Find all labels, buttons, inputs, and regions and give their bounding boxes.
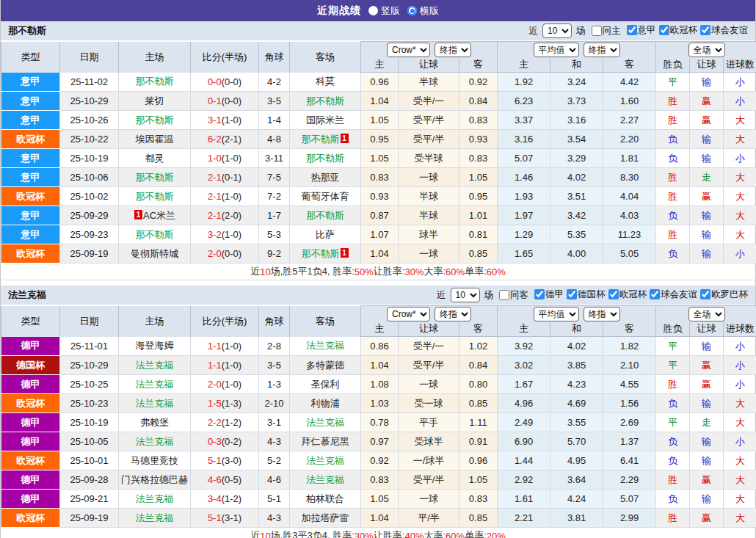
league-filter-checkbox[interactable]: [700, 289, 710, 299]
league-filter-checkbox[interactable]: [627, 25, 637, 35]
date-cell: 25-10-02: [60, 187, 119, 206]
team-name[interactable]: 科莫: [316, 76, 335, 87]
team-name[interactable]: 圣保利: [311, 379, 340, 390]
avg-time-select[interactable]: 终指: [584, 307, 620, 321]
team-name[interactable]: 法兰克福: [306, 455, 344, 466]
team-name[interactable]: 那不勒斯: [136, 76, 174, 87]
team-name[interactable]: 埃因霍温: [136, 134, 174, 145]
league-filter-checkbox[interactable]: [567, 289, 577, 299]
avg-odds-cell: 1.61: [498, 490, 550, 509]
team-name[interactable]: 法兰克福: [306, 474, 344, 485]
league-filter-checkbox[interactable]: [608, 289, 619, 299]
team-name[interactable]: 那不勒斯: [136, 191, 174, 202]
odds-company-select[interactable]: Crow*: [387, 307, 430, 321]
odds-cell: 1.05: [361, 111, 399, 130]
radio-horizontal-icon[interactable]: [407, 6, 417, 15]
league-filter[interactable]: 欧罗巴杯: [697, 288, 748, 301]
team-name[interactable]: 那不勒斯: [136, 229, 174, 240]
team-name[interactable]: 那不勒斯: [306, 95, 344, 106]
league-filter[interactable]: 球会友谊: [647, 288, 697, 301]
team-name[interactable]: 柏林联合: [306, 493, 344, 504]
team-name[interactable]: 那不勒斯: [136, 172, 174, 183]
avg-company-select[interactable]: 平均值: [534, 43, 579, 57]
league-filter[interactable]: 欧冠杯: [656, 24, 698, 37]
team-name[interactable]: 法兰克福: [136, 512, 174, 523]
team-name[interactable]: 多特蒙德: [306, 360, 344, 371]
league-filter-checkbox[interactable]: [700, 25, 710, 35]
result-cell: 赢: [690, 356, 724, 375]
layout-option-horizontal[interactable]: 横版: [407, 4, 439, 18]
date-cell: 25-09-23: [60, 225, 119, 244]
team-name[interactable]: 弗赖堡: [140, 417, 169, 428]
same-venue-checkbox[interactable]: [499, 290, 509, 300]
team-cell: 那不勒斯: [119, 187, 191, 206]
team-name[interactable]: 海登海姆: [136, 340, 174, 351]
match-count-select[interactable]: 10: [542, 23, 572, 38]
odds-cell: 0.93: [459, 130, 498, 149]
halftime-score: (1-2): [222, 417, 241, 428]
team-name[interactable]: 法兰克福: [136, 360, 174, 371]
team-name[interactable]: 加拉塔萨雷: [302, 512, 349, 523]
team-name[interactable]: 利物浦: [311, 398, 340, 409]
fulltime-select[interactable]: 全场: [688, 307, 725, 321]
team-name[interactable]: 马德里竞技: [131, 455, 178, 466]
avg-company-select[interactable]: 平均值: [534, 307, 579, 321]
odds-time-select[interactable]: 终指: [435, 307, 471, 321]
league-cell: 意甲: [1, 225, 60, 244]
score-cell: 2-1(0-1): [191, 168, 259, 187]
match-count-select[interactable]: 10: [451, 288, 480, 302]
team-name[interactable]: 比萨: [316, 229, 335, 240]
team-name[interactable]: 法兰克福: [136, 493, 174, 504]
team-name[interactable]: 那不勒斯: [136, 114, 174, 126]
odds-company-select[interactable]: Crow*: [387, 43, 430, 57]
league-filter-checkbox[interactable]: [650, 289, 660, 299]
league-filter[interactable]: 德国杯: [564, 288, 606, 301]
date-cell: 25-10-29: [60, 92, 119, 111]
team-name[interactable]: 那不勒斯: [306, 210, 344, 221]
team-name[interactable]: 法兰克福: [136, 398, 174, 409]
odds-cell: 一球: [399, 490, 459, 509]
league-filter-checkbox[interactable]: [659, 25, 669, 35]
same-venue-filter[interactable]: 同客: [496, 289, 528, 302]
odds-cell: 1.05: [459, 168, 498, 187]
team-name[interactable]: 法兰克福: [136, 436, 174, 447]
same-venue-filter[interactable]: 同主: [589, 25, 621, 37]
league-filter[interactable]: 欧冠杯: [606, 288, 647, 301]
team-name[interactable]: AC米兰: [143, 210, 175, 221]
team-name[interactable]: 法兰克福: [306, 417, 344, 428]
team-name[interactable]: 莱切: [145, 95, 164, 106]
team-name[interactable]: 法兰克福: [136, 379, 174, 390]
team-name[interactable]: 法兰克福: [306, 340, 344, 351]
odds-cell: 0.96: [361, 73, 399, 92]
team-name[interactable]: 都灵: [145, 153, 164, 164]
team-name[interactable]: 门兴格拉德巴赫: [121, 474, 188, 485]
team-name[interactable]: 那不勒斯: [302, 134, 340, 145]
radio-vertical-icon[interactable]: [368, 6, 378, 15]
team-name[interactable]: 热那亚: [311, 172, 340, 183]
odds-time-select[interactable]: 终指: [435, 43, 471, 57]
avg-odds-cell: 1.97: [498, 206, 550, 225]
team-name[interactable]: 曼彻斯特城: [131, 248, 178, 259]
avg-time-select[interactable]: 终指: [584, 43, 620, 57]
corner-cell: 4-2: [259, 73, 290, 92]
team-name[interactable]: 拜仁慕尼黑: [302, 436, 349, 447]
summary-text: 60%: [446, 531, 465, 538]
odds-cell: 0.84: [459, 92, 498, 111]
layout-option-vertical[interactable]: 竖版: [368, 4, 400, 18]
score-cell: 2-1(1-0): [191, 187, 259, 206]
team-name[interactable]: 那不勒斯: [302, 248, 340, 259]
league-filter[interactable]: 球会友谊: [697, 24, 748, 37]
col-score: 比分(半场): [191, 42, 259, 73]
same-venue-checkbox[interactable]: [592, 26, 602, 36]
fulltime-select[interactable]: 全场: [688, 43, 725, 57]
league-filter[interactable]: 意甲: [624, 24, 656, 37]
league-filter[interactable]: 德甲: [531, 288, 564, 301]
team-name[interactable]: 那不勒斯: [306, 153, 344, 164]
avg-odds-cell: 6.41: [603, 451, 656, 470]
league-filter-checkbox[interactable]: [534, 289, 545, 299]
odds-cell: 受平/半: [399, 356, 459, 375]
team-name[interactable]: 国际米兰: [306, 114, 344, 126]
team-cell: 法兰克福: [119, 432, 191, 451]
team-name[interactable]: 葡萄牙体育: [302, 191, 349, 202]
fulltime-score: 0-1: [208, 95, 222, 106]
